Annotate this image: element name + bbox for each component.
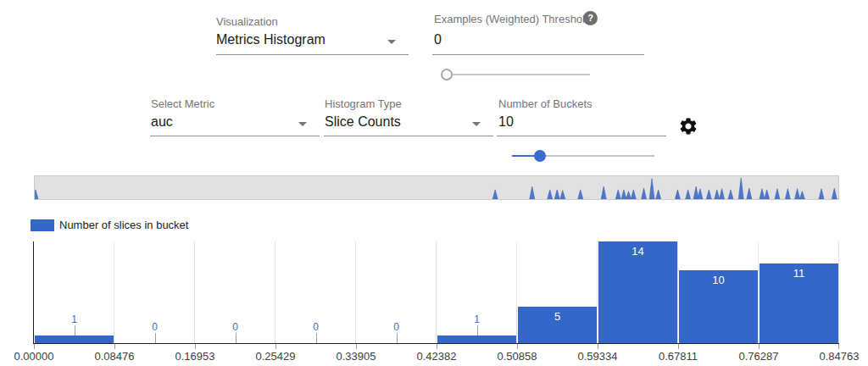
bar-value-label: 0 bbox=[152, 321, 158, 333]
threshold-slider[interactable] bbox=[441, 69, 590, 80]
gridline bbox=[516, 241, 517, 343]
x-axis-label: 0.50858 bbox=[498, 350, 537, 363]
num-buckets-underline bbox=[497, 136, 666, 136]
x-axis-label: 0.00000 bbox=[14, 350, 54, 363]
gridline bbox=[838, 241, 839, 343]
x-axis-label: 0.76287 bbox=[739, 350, 779, 363]
axis-tick bbox=[195, 344, 196, 349]
axis-tick bbox=[598, 344, 598, 349]
threshold-slider-thumb[interactable] bbox=[441, 69, 453, 80]
gridline bbox=[114, 241, 114, 343]
gridline bbox=[355, 241, 356, 343]
settings-button[interactable] bbox=[678, 116, 698, 136]
bar-value-label: 10 bbox=[712, 274, 724, 286]
slice-overview-strip[interactable] bbox=[34, 175, 839, 200]
annotation-stem bbox=[155, 333, 156, 343]
visualization-label: Visualization bbox=[216, 15, 278, 28]
threshold-label: Examples (Weighted) Threshold bbox=[434, 13, 591, 25]
annotation-stem bbox=[397, 333, 398, 343]
x-axis-label: 0.59334 bbox=[578, 350, 618, 363]
bar-value-label: 0 bbox=[232, 321, 238, 333]
select-metric-value: auc bbox=[150, 114, 320, 130]
axis-tick bbox=[275, 344, 276, 349]
help-icon[interactable]: ? bbox=[583, 11, 598, 25]
gridline bbox=[194, 241, 195, 343]
annotation-stem bbox=[236, 333, 236, 343]
visualization-underline bbox=[216, 54, 409, 55]
threshold-underline bbox=[432, 54, 644, 55]
chevron-down-icon bbox=[298, 122, 307, 126]
bar-value-label: 1 bbox=[71, 313, 77, 325]
x-axis-label: 0.08476 bbox=[95, 350, 135, 363]
gridline bbox=[275, 241, 275, 343]
x-axis-label: 0.42382 bbox=[417, 350, 457, 363]
x-axis-label: 0.84763 bbox=[820, 350, 860, 363]
chevron-down-icon bbox=[472, 122, 481, 126]
num-buckets-slider-fill bbox=[512, 155, 537, 157]
visualization-value: Metrics Histogram bbox=[216, 32, 409, 47]
bar-value-label: 1 bbox=[474, 313, 480, 325]
num-buckets-slider[interactable] bbox=[512, 150, 654, 162]
visualization-dropdown[interactable]: Metrics Histogram bbox=[216, 32, 409, 55]
gear-icon bbox=[678, 116, 698, 136]
select-metric-label: Select Metric bbox=[151, 97, 214, 110]
threshold-slider-track bbox=[441, 74, 590, 75]
axis-tick bbox=[437, 344, 437, 349]
axis-tick bbox=[678, 344, 679, 349]
histogram-bar[interactable] bbox=[437, 336, 516, 343]
gridline bbox=[597, 241, 598, 343]
select-metric-dropdown[interactable]: auc bbox=[150, 114, 320, 136]
annotation-stem bbox=[75, 325, 75, 336]
bar-value-label: 5 bbox=[554, 310, 560, 323]
histogram-bar[interactable] bbox=[35, 336, 114, 343]
bar-value-label: 0 bbox=[393, 321, 399, 333]
axis-tick bbox=[114, 344, 115, 349]
y-axis-line bbox=[33, 241, 34, 344]
bar-value-label: 14 bbox=[632, 245, 643, 258]
gridline bbox=[758, 241, 759, 343]
histogram-type-value: Slice Counts bbox=[324, 114, 493, 130]
overview-spikes bbox=[35, 176, 838, 199]
num-buckets-slider-thumb[interactable] bbox=[534, 150, 546, 162]
histogram-type-label: Histogram Type bbox=[325, 97, 402, 110]
bar-value-label: 0 bbox=[313, 321, 319, 333]
select-metric-underline bbox=[150, 136, 320, 136]
x-axis-label: 0.25429 bbox=[256, 350, 296, 363]
x-axis-label: 0.33905 bbox=[337, 350, 376, 363]
num-buckets-input[interactable]: 10 bbox=[497, 114, 666, 136]
gridline bbox=[677, 241, 678, 343]
axis-tick bbox=[759, 344, 760, 349]
metrics-histogram-view: Visualization Metrics Histogram Examples… bbox=[0, 0, 868, 366]
legend-swatch bbox=[31, 219, 54, 231]
histogram-plot[interactable]: 0.000000.084760.169530.254290.339050.423… bbox=[34, 241, 839, 343]
num-buckets-value: 10 bbox=[497, 114, 666, 130]
threshold-input[interactable]: 0 bbox=[432, 32, 644, 55]
axis-tick bbox=[838, 344, 839, 349]
annotation-stem bbox=[477, 325, 478, 336]
legend-label: Number of slices in bucket bbox=[59, 219, 188, 231]
axis-tick bbox=[517, 344, 518, 349]
x-axis-label: 0.16953 bbox=[175, 350, 215, 363]
x-axis-label: 0.67811 bbox=[659, 350, 698, 363]
histogram-type-underline bbox=[324, 136, 493, 136]
axis-tick bbox=[34, 344, 35, 349]
gridline bbox=[436, 241, 437, 343]
histogram-type-dropdown[interactable]: Slice Counts bbox=[324, 114, 493, 136]
axis-tick bbox=[356, 344, 357, 349]
num-buckets-label: Number of Buckets bbox=[498, 97, 593, 110]
threshold-value: 0 bbox=[432, 32, 644, 47]
bar-value-label: 11 bbox=[793, 267, 805, 280]
chevron-down-icon bbox=[387, 40, 396, 44]
annotation-stem bbox=[316, 333, 317, 343]
